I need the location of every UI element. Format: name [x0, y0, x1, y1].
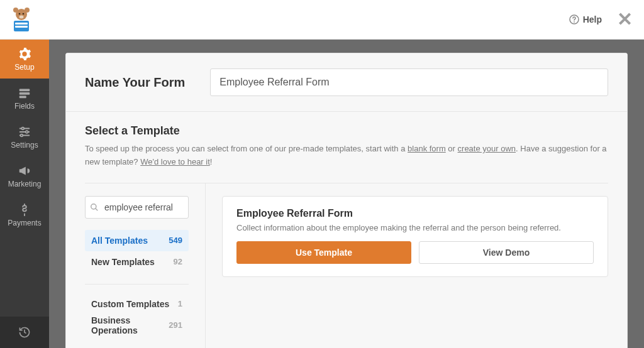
- sidebar-label: Setup: [14, 63, 34, 72]
- svg-point-19: [21, 134, 23, 136]
- help-icon: [569, 14, 579, 24]
- stage: Name Your Form Select a Template To spee…: [49, 40, 644, 348]
- template-description: Collect information about the employee m…: [236, 223, 594, 232]
- dollar-icon: [18, 203, 31, 217]
- divider: [85, 284, 189, 285]
- svg-point-4: [23, 13, 25, 15]
- sidebar-label: Marketing: [8, 180, 42, 188]
- select-template-section: Select a Template To speed up the proces…: [66, 112, 627, 183]
- category-label: All Templates: [91, 236, 148, 246]
- select-template-description: To speed up the process you can select f…: [85, 143, 608, 169]
- sidebar-item-fields[interactable]: Fields: [0, 79, 49, 117]
- template-card: Employee Referral Form Collect informati…: [222, 196, 608, 277]
- category-label: Business Operations: [91, 315, 169, 335]
- svg-point-5: [19, 16, 24, 19]
- use-template-button[interactable]: Use Template: [236, 241, 411, 264]
- sidebar-label: Payments: [8, 219, 41, 227]
- template-sidebar: All Templates 549 New Templates 92 Custo…: [85, 183, 206, 348]
- sidebar-item-settings[interactable]: Settings: [0, 117, 49, 156]
- category-custom-templates[interactable]: Custom Templates 1: [85, 293, 189, 315]
- category-all-templates[interactable]: All Templates 549: [85, 230, 189, 251]
- close-icon[interactable]: ✕: [617, 10, 633, 29]
- category-count: 549: [169, 236, 182, 245]
- form-name-row: Name Your Form: [66, 53, 627, 112]
- svg-point-2: [25, 8, 30, 13]
- search-icon: [90, 203, 99, 212]
- svg-point-15: [21, 127, 24, 129]
- history-icon: [18, 326, 31, 339]
- svg-point-3: [19, 13, 21, 15]
- form-name-input[interactable]: [210, 68, 608, 96]
- select-template-title: Select a Template: [85, 124, 608, 138]
- topbar: Help ✕: [0, 0, 644, 40]
- template-search-input[interactable]: [85, 196, 189, 219]
- sidebar-label: Fields: [14, 102, 35, 111]
- setup-panel: Name Your Form Select a Template To spee…: [65, 53, 628, 348]
- category-count: 291: [169, 320, 182, 330]
- form-name-label: Name Your Form: [85, 75, 185, 90]
- app-logo: [8, 6, 35, 33]
- template-results: Employee Referral Form Collect informati…: [206, 183, 608, 348]
- template-title: Employee Referral Form: [236, 208, 594, 219]
- category-label: Custom Templates: [91, 299, 169, 309]
- category-count: 1: [178, 299, 182, 308]
- svg-rect-8: [15, 26, 28, 28]
- gear-icon: [18, 47, 31, 61]
- create-your-own-link[interactable]: create your own: [458, 144, 516, 153]
- view-demo-button[interactable]: View Demo: [419, 241, 594, 264]
- svg-rect-12: [19, 92, 30, 95]
- sidebar-history-button[interactable]: [0, 317, 49, 348]
- svg-line-21: [96, 208, 98, 210]
- category-business-operations[interactable]: Business Operations 291: [85, 315, 189, 336]
- svg-point-10: [574, 21, 575, 23]
- sliders-icon: [18, 125, 31, 139]
- svg-point-17: [26, 131, 28, 133]
- category-label: New Templates: [91, 257, 155, 267]
- svg-point-1: [13, 8, 18, 13]
- fields-icon: [18, 86, 31, 100]
- sidebar-item-setup[interactable]: Setup: [0, 40, 49, 79]
- topbar-right: Help ✕: [569, 10, 633, 29]
- category-new-templates[interactable]: New Templates 92: [85, 251, 189, 273]
- sidebar-item-payments[interactable]: Payments: [0, 195, 49, 234]
- help-label: Help: [583, 14, 602, 24]
- sidebar-label: Settings: [11, 141, 38, 150]
- svg-rect-13: [19, 95, 26, 98]
- bullhorn-icon: [18, 164, 31, 178]
- suggestion-link[interactable]: We'd love to hear it: [140, 157, 210, 166]
- blank-form-link[interactable]: blank form: [408, 144, 446, 153]
- category-count: 92: [174, 257, 182, 266]
- sidebar-item-marketing[interactable]: Marketing: [0, 156, 49, 195]
- help-link[interactable]: Help: [569, 14, 602, 24]
- svg-rect-7: [15, 23, 28, 24]
- sidebar: Setup Fields Settings Marketing Payments: [0, 40, 49, 348]
- svg-rect-11: [19, 89, 30, 91]
- svg-point-20: [91, 204, 96, 209]
